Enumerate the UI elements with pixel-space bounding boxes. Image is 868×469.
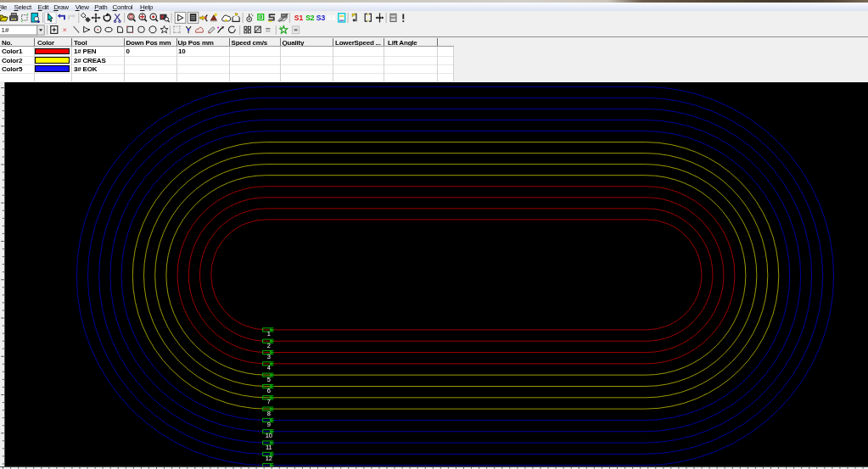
- svg-text:S4: S4: [327, 14, 336, 22]
- svg-text:1#: 1#: [2, 26, 9, 34]
- svg-text:S1: S1: [294, 14, 304, 22]
- svg-text:S2: S2: [305, 14, 315, 22]
- svg-text:S3: S3: [316, 14, 326, 22]
